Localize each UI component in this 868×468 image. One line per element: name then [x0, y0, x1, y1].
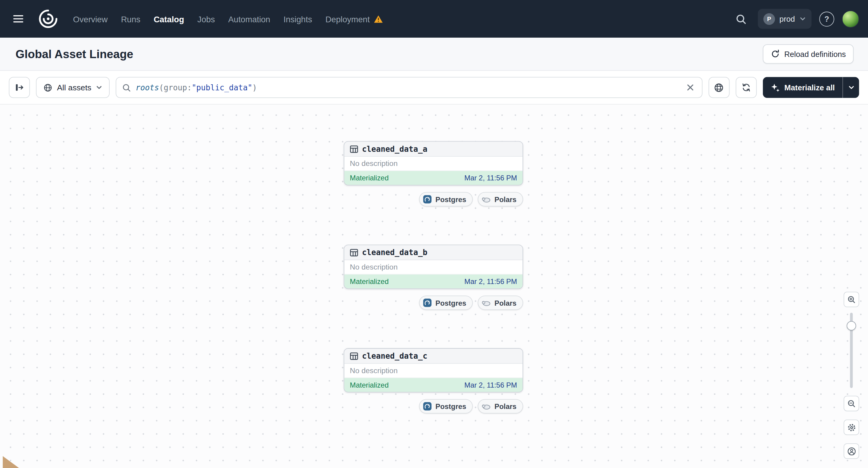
postgres-icon [423, 401, 432, 411]
tag-postgres[interactable]: Postgres [419, 295, 473, 310]
tag-label: Polars [495, 402, 517, 410]
materialize-all-label: Materialize all [784, 83, 835, 92]
avatar[interactable] [842, 10, 859, 27]
asset-status-row: Materialized Mar 2, 11:56 PM [344, 171, 523, 185]
postgres-icon [423, 194, 432, 204]
asset-status-row: Materialized Mar 2, 11:56 PM [344, 378, 523, 392]
query-paren-open: ( [159, 83, 164, 92]
tag-postgres[interactable]: Postgres [419, 192, 473, 207]
deployment-initial-badge: P [764, 13, 775, 25]
asset-node-cleaned-data-b[interactable]: cleaned_data_b No description Materializ… [344, 245, 523, 289]
search-button[interactable] [732, 10, 750, 28]
polars-icon [482, 194, 491, 204]
syntax-globe-icon [714, 82, 724, 93]
zoom-out-button[interactable] [844, 396, 859, 411]
tag-polars[interactable]: Polars [478, 399, 523, 413]
reload-definitions-label: Reload definitions [784, 50, 846, 58]
status-badge: Materialized [350, 277, 389, 286]
chevron-down-icon [848, 84, 855, 91]
asset-status-row: Materialized Mar 2, 11:56 PM [344, 275, 523, 288]
search-icon [122, 83, 131, 92]
panel-toggle-icon [14, 83, 24, 92]
nav-item-runs[interactable]: Runs [121, 14, 141, 24]
query-attribute: group: [163, 83, 191, 92]
sparkle-icon [770, 83, 780, 92]
tag-polars[interactable]: Polars [478, 192, 523, 207]
asset-name: cleaned_data_c [362, 351, 427, 360]
clear-search-button[interactable] [684, 81, 696, 93]
toggle-sidebar-button[interactable] [9, 77, 30, 98]
help-button[interactable]: ? [819, 11, 834, 27]
query-paren-close: ) [252, 83, 257, 92]
close-icon [686, 84, 694, 92]
materialize-all-button[interactable]: Materialize all [763, 77, 843, 98]
nav-item-insights[interactable]: Insights [283, 14, 312, 24]
tag-polars[interactable]: Polars [478, 295, 523, 310]
main-nav: Overview Runs Catalog Jobs Automation In… [73, 14, 383, 24]
dagster-logo [36, 7, 60, 30]
page-header: Global Asset Lineage Reload definitions [0, 38, 868, 71]
refresh-button[interactable] [736, 77, 757, 98]
asset-description: No description [344, 364, 523, 378]
nav-item-automation[interactable]: Automation [228, 14, 270, 24]
status-badge: Materialized [350, 381, 389, 389]
asset-tags-row: Postgres Polars [344, 295, 523, 310]
nav-item-overview[interactable]: Overview [73, 14, 108, 24]
globe-icon [43, 83, 53, 92]
status-badge: Materialized [350, 174, 389, 182]
tag-postgres[interactable]: Postgres [419, 399, 473, 413]
asset-scope-label: All assets [57, 83, 91, 92]
zoom-out-icon [847, 399, 856, 408]
menu-button[interactable] [9, 9, 27, 28]
tag-label: Postgres [435, 195, 466, 204]
reload-icon [770, 50, 780, 59]
canvas-controls [844, 292, 859, 459]
asset-tags-row: Postgres Polars [344, 399, 523, 413]
nav-item-deployment-label: Deployment [325, 14, 370, 24]
zoom-slider[interactable] [844, 313, 859, 388]
deployment-switcher[interactable]: P prod [758, 9, 811, 29]
asset-description: No description [344, 260, 523, 275]
top-nav: Overview Runs Catalog Jobs Automation In… [0, 0, 868, 38]
lineage-canvas[interactable]: cleaned_data_a No description Materializ… [0, 104, 868, 468]
tag-label: Postgres [435, 402, 466, 410]
nav-item-jobs[interactable]: Jobs [197, 14, 215, 24]
chevron-down-icon [799, 15, 806, 22]
asset-node-cleaned-data-c[interactable]: cleaned_data_c No description Materializ… [344, 348, 523, 393]
chevron-down-icon [96, 84, 102, 91]
zoom-in-icon [847, 295, 856, 304]
asset-name: cleaned_data_a [362, 145, 427, 153]
nav-item-deployment[interactable]: Deployment [325, 14, 383, 24]
postgres-icon [423, 298, 432, 308]
gear-icon [847, 423, 856, 432]
asset-node-header: cleaned_data_b [344, 245, 523, 260]
query-value: "public_data" [191, 83, 252, 92]
zoom-slider-handle[interactable] [847, 321, 856, 331]
page-title: Global Asset Lineage [16, 47, 133, 61]
reload-definitions-button[interactable]: Reload definitions [763, 44, 854, 64]
lineage-toolbar: All assets roots(group:"public_data") [0, 71, 868, 104]
settings-button[interactable] [844, 419, 859, 435]
query-function: roots [135, 83, 159, 92]
refresh-icon [741, 83, 751, 92]
feedback-button[interactable] [844, 443, 859, 459]
selection-syntax-button[interactable] [709, 77, 730, 98]
asset-selection-input[interactable]: roots(group:"public_data") [116, 77, 702, 98]
asset-name: cleaned_data_b [362, 248, 427, 257]
materialization-timestamp[interactable]: Mar 2, 11:56 PM [464, 174, 517, 182]
asset-node-cleaned-data-a[interactable]: cleaned_data_a No description Materializ… [344, 141, 523, 186]
asset-scope-dropdown[interactable]: All assets [36, 77, 110, 98]
asset-selection-query: roots(group:"public_data") [135, 83, 680, 92]
search-icon [735, 13, 747, 25]
help-icon: ? [824, 14, 829, 23]
nav-item-catalog[interactable]: Catalog [154, 14, 184, 24]
asset-description: No description [344, 157, 523, 171]
zoom-in-button[interactable] [844, 292, 859, 307]
tag-label: Postgres [435, 299, 466, 307]
materialize-options-button[interactable] [842, 77, 859, 98]
tag-label: Polars [495, 299, 517, 307]
materialization-timestamp[interactable]: Mar 2, 11:56 PM [464, 381, 517, 389]
asset-node-header: cleaned_data_c [344, 349, 523, 364]
polars-icon [482, 401, 491, 411]
materialization-timestamp[interactable]: Mar 2, 11:56 PM [464, 277, 517, 286]
